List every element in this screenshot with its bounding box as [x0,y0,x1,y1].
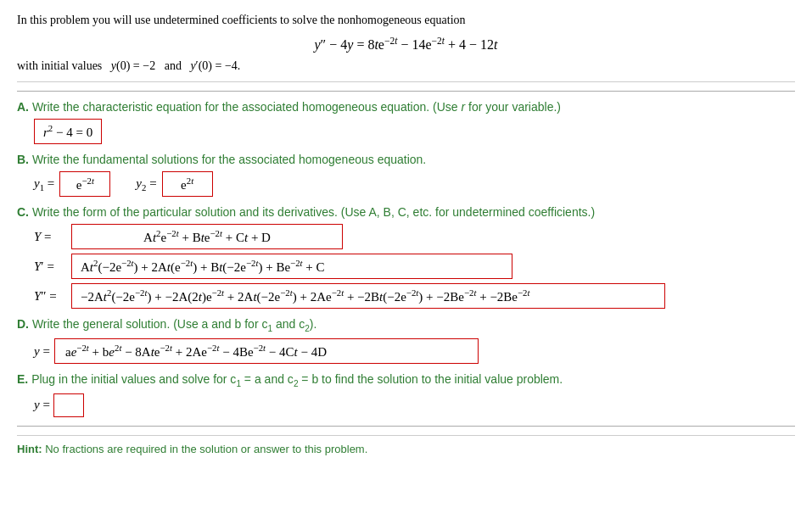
section-d-answer-box[interactable]: ae−2t + be2t − 8Ate−2t + 2Ae−2t − 4Be−2t… [54,338,479,364]
section-b: B. Write the fundamental solutions for t… [17,153,795,197]
initial-values-line: with initial values y(0) = −2 and y′(0) … [17,59,795,82]
main-equation-display: y″ − 4y = 8te−2t − 14e−2t + 4 − 12t [17,36,795,53]
section-a: A. Write the characteristic equation for… [17,100,795,144]
divider-1 [17,91,795,92]
section-b-y2-box[interactable]: e2t [162,171,213,197]
section-c-Y-box[interactable]: At2e−2t + Bte−2t + Ct + D [71,224,343,249]
section-a-answer-box[interactable]: r2 − 4 = 0 [34,119,102,144]
section-c-Ypp-box[interactable]: −2At2(−2e−2t) + −2A(2t)e−2t + 2At(−2e−2t… [71,283,665,309]
section-c-Y-row: Y = At2e−2t + Bte−2t + Ct + D [34,224,795,249]
section-c: C. Write the form of the particular solu… [17,205,795,309]
intro-text: In this problem you will use undetermine… [17,14,795,27]
section-c-Yp-row: Y′ = At2(−2e−2t) + 2At(e−2t) + Bt(−2e−2t… [34,254,795,279]
section-e-answer-box[interactable] [53,393,84,417]
section-e: E. Plug in the initial values and solve … [17,372,795,417]
section-b-y1-box[interactable]: e−2t [59,171,110,197]
section-b-answer-row: y1 = e−2t y2 = e2t [34,171,795,197]
section-e-answer-row: y = [34,393,795,417]
section-c-header: C. Write the form of the particular solu… [17,205,795,219]
section-c-Ypp-row: Y″ = −2At2(−2e−2t) + −2A(2t)e−2t + 2At(−… [34,283,795,309]
section-d: D. Write the general solution. (Use a an… [17,317,795,364]
section-d-answer-row: y = ae−2t + be2t − 8Ate−2t + 2Ae−2t − 4B… [34,338,795,364]
divider-2 [17,426,795,427]
section-b-header: B. Write the fundamental solutions for t… [17,153,795,166]
section-d-header: D. Write the general solution. (Use a an… [17,317,795,333]
section-e-header: E. Plug in the initial values and solve … [17,372,795,388]
section-a-answer-row: r2 − 4 = 0 [34,119,795,144]
section-c-Yp-box[interactable]: At2(−2e−2t) + 2At(e−2t) + Bt(−2e−2t) + B… [71,254,512,279]
section-a-header: A. Write the characteristic equation for… [17,100,795,114]
hint-line: Hint: No fractions are required in the s… [17,435,795,455]
